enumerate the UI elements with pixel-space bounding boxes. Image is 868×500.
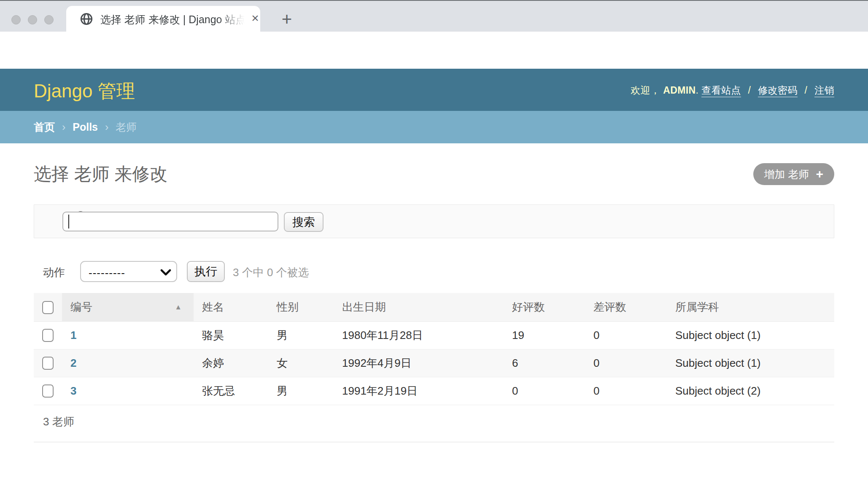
breadcrumb-app-link[interactable]: Polls [73, 121, 98, 133]
cell-bad-count: 0 [585, 321, 667, 349]
cell-birthdate: 1992年4月9日 [334, 349, 504, 377]
django-admin-header: Django 管理 欢迎， ADMIN. 查看站点 / 修改密码 / 注销 [0, 69, 868, 111]
row-id-link[interactable]: 1 [70, 329, 76, 341]
search-bar: 搜索 [34, 204, 834, 238]
column-header-birthdate: 出生日期 [334, 293, 504, 321]
select-all-checkbox[interactable] [42, 301, 54, 314]
traffic-light-zoom[interactable] [44, 15, 54, 24]
globe-favicon-icon [80, 13, 93, 25]
row-id-link[interactable]: 2 [70, 357, 76, 369]
cell-bad-count: 0 [585, 377, 667, 405]
breadcrumb-separator: › [62, 121, 65, 133]
row-checkbox[interactable] [42, 384, 54, 398]
table-row: 1 骆昊 男 1980年11月28日 19 0 Subject object (… [34, 321, 834, 349]
column-header-bad-count: 差评数 [585, 293, 667, 321]
cell-subject: Subject object (2) [667, 377, 834, 405]
column-header-gender: 性别 [268, 293, 334, 321]
row-checkbox[interactable] [42, 357, 54, 370]
cell-good-count: 19 [504, 321, 585, 349]
change-password-link[interactable]: 修改密码 [758, 85, 798, 97]
breadcrumb: 首页 › Polls › 老师 [0, 111, 868, 143]
column-header-name: 姓名 [194, 293, 268, 321]
go-button[interactable]: 执行 [187, 261, 225, 282]
username: ADMIN [663, 85, 695, 96]
column-header-subject: 所属学科 [667, 293, 834, 321]
breadcrumb-home-link[interactable]: 首页 [34, 121, 55, 133]
cell-good-count: 6 [504, 349, 585, 377]
action-select[interactable]: --------- [80, 261, 177, 282]
actions-label: 动作 [43, 265, 65, 280]
result-count: 3 老师 [34, 405, 834, 442]
changelist-content: 选择 老师 来修改 增加 老师 + 搜索 动作 --------- 执行 3 个… [34, 143, 834, 442]
browser-toolbar: 127.0.0.1:8000/admin/polls/teacher/ Se {… [0, 32, 868, 69]
cell-good-count: 0 [504, 377, 585, 405]
tab-close-icon[interactable]: × [248, 12, 262, 25]
row-id-link[interactable]: 3 [70, 384, 76, 397]
traffic-light-close[interactable] [11, 15, 21, 24]
active-tab[interactable]: 选择 老师 来修改 | Django 站点管 × [66, 6, 260, 32]
table-header-row: 编号 ▲ 姓名 性别 出生日期 好评数 差评数 所属学科 [34, 293, 834, 321]
cell-subject: Subject object (1) [667, 321, 834, 349]
cell-gender: 男 [268, 377, 334, 405]
cell-name: 余婷 [194, 349, 268, 377]
cell-birthdate: 1980年11月28日 [334, 321, 504, 349]
column-header-id[interactable]: 编号 ▲ [62, 293, 194, 321]
table-row: 2 余婷 女 1992年4月9日 6 0 Subject object (1) [34, 349, 834, 377]
cell-gender: 女 [268, 349, 334, 377]
results-table: 编号 ▲ 姓名 性别 出生日期 好评数 差评数 所属学科 1 骆昊 男 [34, 293, 834, 405]
search-button[interactable]: 搜索 [284, 212, 323, 232]
row-checkbox[interactable] [42, 329, 54, 342]
selection-counter: 3 个中 0 个被选 [233, 265, 309, 280]
breadcrumb-separator: › [105, 121, 108, 133]
user-tools: 欢迎， ADMIN. 查看站点 / 修改密码 / 注销 [631, 84, 834, 97]
text-caret [68, 215, 69, 228]
chevron-down-icon [160, 269, 171, 276]
column-header-good-count: 好评数 [504, 293, 585, 321]
cell-birthdate: 1991年2月19日 [334, 377, 504, 405]
table-row: 3 张无忌 男 1991年2月19日 0 0 Subject object (2… [34, 377, 834, 405]
add-teacher-button[interactable]: 增加 老师 + [753, 163, 834, 185]
cell-name: 张无忌 [194, 377, 268, 405]
traffic-light-minimize[interactable] [28, 15, 37, 24]
cell-gender: 男 [268, 321, 334, 349]
view-site-link[interactable]: 查看站点 [701, 85, 741, 97]
browser-window: 选择 老师 来修改 | Django 站点管 × + 127.0.0.1:800… [0, 0, 868, 500]
new-tab-button[interactable]: + [278, 11, 296, 30]
actions-row: 动作 --------- 执行 3 个中 0 个被选 [34, 261, 834, 282]
tab-strip: 选择 老师 来修改 | Django 站点管 × + [0, 0, 868, 32]
site-brand[interactable]: Django 管理 [34, 79, 135, 104]
welcome-text: 欢迎， [631, 85, 660, 96]
window-top-edge [0, 0, 868, 1]
page-title: 选择 老师 来修改 [34, 162, 167, 186]
logout-link[interactable]: 注销 [814, 85, 834, 97]
cell-name: 骆昊 [194, 321, 268, 349]
search-input[interactable] [62, 212, 278, 231]
sort-ascending-icon[interactable]: ▲ [175, 303, 182, 312]
tab-title: 选择 老师 来修改 | Django 站点管 [100, 13, 245, 26]
plus-icon: + [816, 168, 823, 180]
cell-bad-count: 0 [585, 349, 667, 377]
breadcrumb-current: 老师 [116, 121, 137, 133]
cell-subject: Subject object (1) [667, 349, 834, 377]
